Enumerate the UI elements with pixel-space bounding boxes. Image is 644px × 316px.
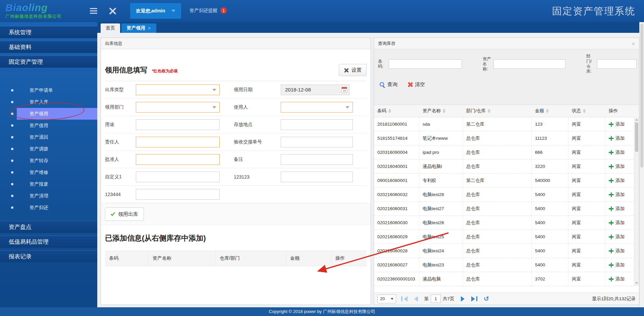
close-menu-icon[interactable]: [109, 7, 117, 15]
form-text-input-r5c0[interactable]: [136, 172, 220, 182]
tab-current-label: 资产领用: [127, 25, 146, 31]
sidebar-item-10[interactable]: 资产维修: [0, 167, 97, 178]
sort-icon[interactable]: [443, 109, 445, 113]
sort-icon[interactable]: [546, 109, 549, 113]
form-text-input-r4c1[interactable]: [281, 154, 353, 165]
form-text-input-r2c1[interactable]: [281, 119, 353, 130]
sidebar-section-15[interactable]: 低值易耗品管理: [0, 236, 97, 248]
add-button[interactable]: 添加: [609, 248, 625, 254]
search-button[interactable]: 查询: [379, 81, 397, 88]
cell-barcode: 518155174814: [374, 131, 419, 145]
form-text-input-r3c1[interactable]: [281, 137, 353, 147]
last-page-button[interactable]: [470, 296, 479, 302]
collapse-panel-icon[interactable]: »: [632, 40, 635, 47]
tab-asset-requisition[interactable]: 资产领用 ✕: [121, 23, 156, 33]
form-text-input-r6c0[interactable]: [136, 189, 220, 200]
page-scrollbar-thumb[interactable]: [640, 23, 643, 168]
scrollbar-thumb[interactable]: [635, 122, 638, 152]
page-size-value: 20: [380, 296, 385, 301]
table-row: 020216060029电脑test25总仓库5400闲置添加: [374, 230, 634, 244]
add-button[interactable]: 添加: [609, 276, 625, 282]
asset-name-input[interactable]: [493, 59, 566, 69]
page-scrollbar[interactable]: [639, 22, 644, 316]
cell-dept: 总仓库: [463, 230, 532, 244]
sidebar-item-6[interactable]: 资产借用: [0, 120, 97, 131]
form-date-input[interactable]: 2018-12-0815: [281, 84, 350, 95]
scroll-up-icon[interactable]: [635, 119, 638, 121]
add-button[interactable]: 添加: [609, 135, 625, 141]
requisition-outbound-button[interactable]: 领用出库: [105, 207, 144, 221]
sidebar-section-16[interactable]: 报表记录: [0, 250, 97, 262]
form-text-input-r3c0[interactable]: [136, 137, 220, 147]
page-size-select[interactable]: 20: [377, 295, 396, 303]
form-label: 存放地点: [234, 116, 281, 133]
settings-button[interactable]: 设置: [339, 64, 367, 76]
form-select-r1c1[interactable]: [281, 102, 353, 113]
cell-dept: 第二仓库: [463, 174, 532, 188]
inventory-column-header[interactable]: 资产名称: [419, 105, 463, 117]
add-button[interactable]: 添加: [609, 121, 625, 127]
next-page-button[interactable]: [459, 296, 466, 302]
inventory-column-header[interactable]: 部门/仓库: [463, 105, 532, 117]
sort-icon[interactable]: [488, 109, 490, 113]
sidebar-item-3[interactable]: 资产申请单: [0, 84, 97, 96]
inventory-column-header[interactable]: 状态: [569, 105, 605, 117]
cell-amount: 666: [532, 145, 569, 160]
sidebar-item-5[interactable]: 资产领用: [0, 108, 97, 120]
form-label: 备注: [234, 151, 281, 168]
sidebar-section-2[interactable]: 固定资产管理: [0, 56, 97, 68]
form-select-r1c0[interactable]: [136, 102, 220, 113]
form-text-input-r4c0[interactable]: [136, 154, 220, 165]
add-button[interactable]: 添加: [609, 234, 625, 240]
sidebar-section-0[interactable]: 系统管理: [0, 26, 97, 38]
scroll-down-icon[interactable]: [635, 282, 638, 284]
sidebar-section-14[interactable]: 资产盘点: [0, 221, 97, 233]
form-text-input-r5c1[interactable]: [281, 172, 353, 182]
prev-page-button[interactable]: [413, 296, 420, 302]
bullet-icon: [11, 136, 13, 138]
sidebar-item-7[interactable]: 资产退回: [0, 131, 97, 143]
add-button[interactable]: 添加: [609, 149, 625, 155]
inventory-column-header[interactable]: 条码: [374, 105, 419, 117]
calendar-icon[interactable]: 15: [341, 87, 347, 93]
outbound-form: 出库类型领用日期2018-12-0815领用部门使用人用途存放地点责任人验收交接…: [105, 81, 367, 203]
form-label: 责任人: [105, 133, 136, 151]
sidebar-item-13[interactable]: 资产归还: [0, 202, 97, 213]
inventory-column-header[interactable]: 金额: [532, 105, 569, 117]
cell-status: 闲置: [569, 188, 605, 202]
tab-close-icon[interactable]: ✕: [148, 26, 151, 31]
first-page-button[interactable]: [399, 296, 409, 302]
add-button[interactable]: 添加: [609, 178, 625, 184]
logo-wordmark: Biaoling: [5, 2, 62, 13]
sidebar-item-12[interactable]: 资产清理: [0, 190, 97, 202]
cell-name: 电脑test23: [419, 258, 463, 272]
form-text-input-r2c0[interactable]: [136, 119, 220, 130]
add-button[interactable]: 添加: [609, 164, 625, 170]
sidebar-section-1[interactable]: 基础资料: [0, 41, 97, 53]
form-select-r0c0[interactable]: [136, 84, 220, 95]
sort-icon[interactable]: [388, 109, 391, 113]
page-number-input[interactable]: [431, 295, 441, 303]
dept-input[interactable]: [597, 59, 637, 69]
sort-icon[interactable]: [583, 109, 586, 113]
user-menu-button[interactable]: 欢迎您,admin: [130, 3, 181, 19]
table-scrollbar[interactable]: [634, 117, 639, 286]
tab-home[interactable]: 首页: [101, 23, 120, 33]
sidebar-item-8[interactable]: 资产调拨: [0, 143, 97, 155]
chevron-down-icon: [391, 298, 393, 300]
sidebar-item-9[interactable]: 资产转存: [0, 155, 97, 167]
add-button[interactable]: 添加: [609, 192, 625, 198]
sidebar-item-4[interactable]: 资产入库: [0, 96, 97, 108]
barcode-input[interactable]: [389, 59, 462, 69]
clear-button[interactable]: 清空: [408, 81, 425, 88]
add-button[interactable]: 添加: [609, 262, 625, 268]
refresh-icon[interactable]: ↻: [484, 295, 489, 303]
total-pages: 共7页: [443, 296, 454, 302]
sidebar-menu: 系统管理基础资料固定资产管理资产申请单资产入库资产领用资产借用资产退回资产调拨资…: [0, 26, 97, 262]
bullet-icon: [11, 124, 13, 127]
add-button[interactable]: 添加: [609, 206, 625, 212]
asset-return-reminder[interactable]: 资产归还提醒 1: [190, 7, 227, 14]
sidebar-item-11[interactable]: 资产报废: [0, 178, 97, 190]
menu-toggle-icon[interactable]: [90, 8, 97, 14]
add-button[interactable]: 添加: [609, 220, 625, 226]
